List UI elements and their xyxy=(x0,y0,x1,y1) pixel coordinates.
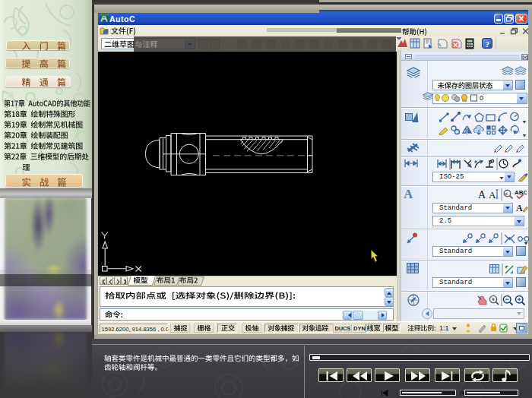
svg-text:A: A xyxy=(478,189,486,199)
svg-text:a: a xyxy=(505,191,508,196)
svg-text:A: A xyxy=(516,203,523,213)
svg-text:A: A xyxy=(404,187,413,200)
svg-text:ABC: ABC xyxy=(515,189,527,196)
svg-text:A: A xyxy=(489,189,496,199)
